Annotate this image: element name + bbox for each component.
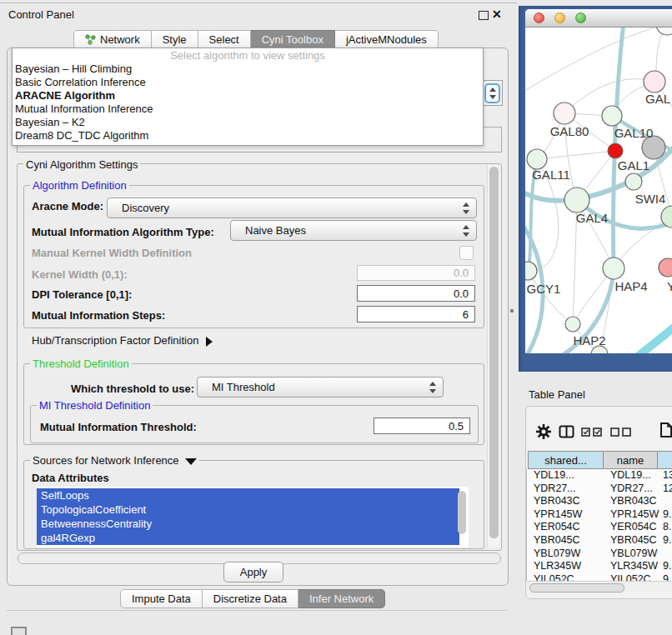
- aracne-mode-combo[interactable]: Discovery: [107, 198, 477, 218]
- control-panel-tabbar: Network Style Select Cyni Toolbox jActiv…: [73, 30, 439, 49]
- tab-infer-network[interactable]: Infer Network: [298, 589, 385, 608]
- network-window-titlebar[interactable]: [525, 9, 672, 28]
- minimized-panel-icon[interactable]: [11, 627, 27, 635]
- column-header-partial[interactable]: [658, 451, 672, 469]
- control-panel-title: Control Panel: [8, 8, 74, 21]
- mi-steps-field[interactable]: 6: [357, 306, 475, 322]
- mi-threshold-group-title: MI Threshold Definition: [37, 399, 153, 412]
- close-icon[interactable]: ✕: [492, 8, 502, 21]
- settings-vscroll-thumb[interactable]: [489, 167, 499, 538]
- aracne-mode-label: Aracne Mode:: [32, 200, 103, 212]
- kernel-width-label: Kernel Width (0,1):: [32, 268, 128, 281]
- tab-cyni-toolbox[interactable]: Cyni Toolbox: [251, 30, 335, 49]
- list-item-gal4rgexp[interactable]: gal4RGexp: [37, 531, 459, 545]
- node-top-partial[interactable]: [656, 28, 672, 35]
- table-panel-title: Table Panel: [529, 388, 585, 401]
- collapse-down-icon: [185, 458, 197, 465]
- table-row[interactable]: YLR345W YLR345W 9.: [527, 560, 672, 573]
- mi-threshold-field[interactable]: 0.5: [374, 418, 470, 434]
- tab-discretize-data[interactable]: Discretize Data: [203, 589, 298, 608]
- algorithm-definition-title: Algorithm Definition: [30, 179, 129, 192]
- popup-item-basic-correlation[interactable]: Basic Correlation Inference: [13, 76, 483, 89]
- hub-definition-toggle[interactable]: Hub/Transcription Factor Definition: [32, 334, 213, 347]
- node-gal1-red[interactable]: [608, 143, 623, 158]
- label-swi4: SWI4: [635, 192, 666, 206]
- network-view-frame: GAL GAL80 GAL10 GAL1 GAL11 SWI4 GAL4 GCY…: [519, 6, 672, 372]
- float-window-icon[interactable]: [479, 11, 489, 20]
- settings-vertical-scrollbar[interactable]: [487, 165, 500, 548]
- node-gal-partial[interactable]: [644, 71, 665, 92]
- popup-item-mutual-info[interactable]: Mutual Information Inference: [13, 102, 483, 116]
- network-canvas[interactable]: GAL GAL80 GAL10 GAL1 GAL11 SWI4 GAL4 GCY…: [525, 28, 672, 353]
- network-window: GAL GAL80 GAL10 GAL1 GAL11 SWI4 GAL4 GCY…: [525, 9, 672, 353]
- export-table-icon[interactable]: [659, 422, 672, 438]
- table-rows-viewport: YDL19... YDL19... 13 YDR27... YDR27... 1…: [526, 469, 672, 581]
- threshold-definition-title: Threshold Definition: [30, 358, 132, 370]
- label-y-partial: Y: [667, 279, 672, 293]
- kernel-width-field[interactable]: 0.0: [357, 265, 475, 281]
- combo-arrows-icon: [463, 202, 469, 214]
- algorithm-combo-fragment[interactable]: [482, 80, 503, 106]
- sources-group-title[interactable]: Sources for Network Inference: [30, 454, 199, 467]
- node-swi4[interactable]: [625, 173, 642, 190]
- unchecked-columns-icon[interactable]: [610, 428, 633, 437]
- label-gal1: GAL1: [618, 158, 649, 172]
- table-row[interactable]: YDL19... YDL19... 13: [527, 469, 672, 482]
- node-gcy1[interactable]: [525, 262, 537, 280]
- panel-resize-handle[interactable]: [510, 309, 514, 312]
- tab-select[interactable]: Select: [198, 30, 251, 49]
- list-item-topological[interactable]: TopologicalCoefficient: [37, 502, 459, 517]
- table-row[interactable]: YBR045C YBR045C 9.: [527, 534, 672, 548]
- popup-prompt: Select algorithm to view settings: [13, 48, 483, 62]
- node-gal10[interactable]: [602, 106, 622, 126]
- node-gal80[interactable]: [554, 102, 575, 124]
- table-row[interactable]: YDR27... YDR27... 12: [527, 482, 672, 496]
- column-header-name[interactable]: name: [604, 451, 658, 469]
- table-row[interactable]: YBL079W YBL079W: [527, 548, 672, 561]
- tab-style[interactable]: Style: [152, 30, 198, 49]
- label-hap2: HAP2: [573, 333, 605, 348]
- table-hscroll-thumb[interactable]: [529, 583, 624, 592]
- popup-item-dream8[interactable]: Dream8 DC_TDC Algorithm: [13, 129, 483, 142]
- table-row[interactable]: YIL052C YIL052C 9: [527, 573, 672, 581]
- tab-impute-data[interactable]: Impute Data: [120, 589, 203, 608]
- list-item-selfloops[interactable]: SelfLoops: [37, 488, 459, 502]
- node-gal11[interactable]: [527, 149, 547, 169]
- window-top-border: [0, 2, 517, 3]
- network-graph: GAL GAL80 GAL10 GAL1 GAL11 SWI4 GAL4 GCY…: [525, 28, 672, 353]
- node-gal4[interactable]: [564, 188, 589, 212]
- tab-jactivemnodules[interactable]: jActiveMNodules: [335, 30, 439, 49]
- popup-item-bayesian-k2[interactable]: Bayesian – K2: [13, 116, 483, 129]
- combo-arrows-icon: [463, 225, 469, 237]
- manual-kernel-width-checkbox[interactable]: [459, 246, 474, 260]
- popup-item-bayesian-hill[interactable]: Bayesian – Hill Climbing: [13, 62, 483, 76]
- node-salmon[interactable]: [659, 258, 672, 277]
- list-item-betweenness[interactable]: BetweennessCentrality: [37, 517, 459, 531]
- which-threshold-combo[interactable]: MI Threshold: [197, 377, 444, 398]
- node-hap2[interactable]: [565, 317, 580, 332]
- graph-labels: GAL GAL80 GAL10 GAL1 GAL11 SWI4 GAL4 GCY…: [527, 92, 672, 348]
- zoom-traffic-light-icon[interactable]: [575, 12, 586, 23]
- table-row[interactable]: YPR145W YPR145W 9.: [527, 508, 672, 522]
- dpi-tolerance-field[interactable]: 0.0: [357, 285, 475, 302]
- table-horizontal-scrollbar[interactable]: [527, 581, 672, 593]
- node-hap4[interactable]: [603, 258, 624, 279]
- mi-algorithm-type-combo[interactable]: Naive Bayes: [230, 220, 477, 241]
- mi-steps-label: Mutual Information Steps:: [32, 309, 165, 322]
- tab-network[interactable]: Network: [73, 30, 152, 49]
- label-gal80: GAL80: [550, 124, 589, 138]
- table-row[interactable]: YBR043C YBR043C: [527, 495, 672, 508]
- label-gcy1: GCY1: [527, 282, 561, 296]
- column-header-shared-name[interactable]: shared...: [528, 451, 604, 469]
- checked-columns-icon[interactable]: [581, 428, 604, 437]
- popup-item-aracne[interactable]: ARACNE Algorithm: [13, 89, 483, 102]
- expand-right-icon: [206, 337, 213, 347]
- combo-stepper-focused[interactable]: [484, 83, 500, 103]
- minimize-traffic-light-icon[interactable]: [554, 12, 565, 23]
- close-traffic-light-icon[interactable]: [534, 12, 544, 23]
- apply-button[interactable]: Apply: [223, 562, 283, 582]
- split-columns-icon[interactable]: [559, 425, 574, 438]
- gear-icon[interactable]: [536, 424, 551, 439]
- table-row[interactable]: YER054C YER054C 8.: [527, 521, 672, 534]
- list-vscroll-thumb[interactable]: [458, 491, 466, 534]
